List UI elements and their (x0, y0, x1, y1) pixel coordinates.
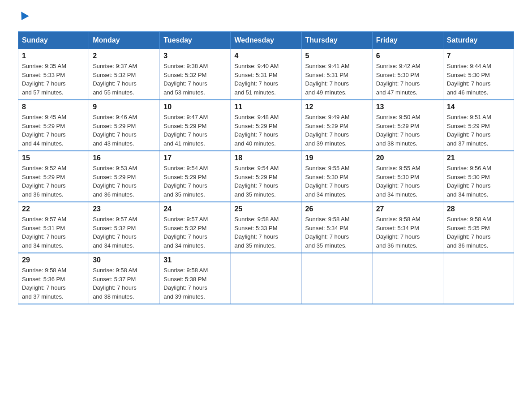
calendar-cell: 8 Sunrise: 9:45 AMSunset: 5:29 PMDayligh… (18, 100, 89, 151)
day-info: Sunrise: 9:57 AMSunset: 5:32 PMDaylight:… (163, 216, 208, 249)
calendar-cell: 13 Sunrise: 9:50 AMSunset: 5:29 PMDaylig… (372, 100, 443, 151)
page-header (18, 13, 514, 22)
calendar-cell: 5 Sunrise: 9:41 AMSunset: 5:31 PMDayligh… (301, 49, 372, 100)
day-number: 1 (22, 52, 85, 60)
calendar-cell: 3 Sunrise: 9:38 AMSunset: 5:32 PMDayligh… (160, 49, 231, 100)
day-number: 18 (234, 154, 297, 162)
calendar-cell (301, 253, 372, 304)
calendar-cell: 14 Sunrise: 9:51 AMSunset: 5:29 PMDaylig… (443, 100, 514, 151)
day-number: 12 (305, 103, 369, 111)
day-info: Sunrise: 9:53 AMSunset: 5:29 PMDaylight:… (93, 165, 137, 198)
calendar-cell: 4 Sunrise: 9:40 AMSunset: 5:31 PMDayligh… (231, 49, 301, 100)
day-header-saturday: Saturday (443, 32, 514, 49)
day-info: Sunrise: 9:55 AMSunset: 5:30 PMDaylight:… (376, 165, 420, 198)
calendar-week-row: 22 Sunrise: 9:57 AMSunset: 5:31 PMDaylig… (18, 202, 514, 253)
calendar-table: SundayMondayTuesdayWednesdayThursdayFrid… (18, 31, 514, 304)
day-number: 13 (376, 103, 439, 111)
calendar-cell: 15 Sunrise: 9:52 AMSunset: 5:29 PMDaylig… (18, 151, 89, 202)
day-number: 11 (234, 103, 297, 111)
day-info: Sunrise: 9:48 AMSunset: 5:29 PMDaylight:… (234, 114, 279, 147)
day-number: 24 (163, 205, 227, 213)
calendar-cell (443, 253, 514, 304)
day-number: 2 (93, 52, 156, 60)
day-info: Sunrise: 9:56 AMSunset: 5:30 PMDaylight:… (447, 165, 491, 198)
day-info: Sunrise: 9:58 AMSunset: 5:33 PMDaylight:… (234, 216, 279, 249)
day-info: Sunrise: 9:49 AMSunset: 5:29 PMDaylight:… (305, 114, 350, 147)
calendar-cell: 12 Sunrise: 9:49 AMSunset: 5:29 PMDaylig… (301, 100, 372, 151)
day-header-tuesday: Tuesday (160, 32, 231, 49)
calendar-cell: 10 Sunrise: 9:47 AMSunset: 5:29 PMDaylig… (160, 100, 231, 151)
calendar-header-row: SundayMondayTuesdayWednesdayThursdayFrid… (18, 32, 514, 49)
calendar-cell: 26 Sunrise: 9:58 AMSunset: 5:34 PMDaylig… (301, 202, 372, 253)
day-info: Sunrise: 9:58 AMSunset: 5:36 PMDaylight:… (22, 267, 66, 300)
calendar-cell: 30 Sunrise: 9:58 AMSunset: 5:37 PMDaylig… (89, 253, 160, 304)
calendar-cell: 28 Sunrise: 9:58 AMSunset: 5:35 PMDaylig… (443, 202, 514, 253)
calendar-cell: 29 Sunrise: 9:58 AMSunset: 5:36 PMDaylig… (18, 253, 89, 304)
calendar-week-row: 29 Sunrise: 9:58 AMSunset: 5:36 PMDaylig… (18, 253, 514, 304)
day-number: 28 (447, 205, 510, 213)
day-header-thursday: Thursday (301, 32, 372, 49)
day-number: 7 (447, 52, 510, 60)
calendar-cell: 22 Sunrise: 9:57 AMSunset: 5:31 PMDaylig… (18, 202, 89, 253)
calendar-cell: 1 Sunrise: 9:35 AMSunset: 5:33 PMDayligh… (18, 49, 89, 100)
calendar-cell: 2 Sunrise: 9:37 AMSunset: 5:32 PMDayligh… (89, 49, 160, 100)
day-info: Sunrise: 9:42 AMSunset: 5:30 PMDaylight:… (376, 63, 420, 96)
calendar-cell: 7 Sunrise: 9:44 AMSunset: 5:30 PMDayligh… (443, 49, 514, 100)
day-info: Sunrise: 9:35 AMSunset: 5:33 PMDaylight:… (22, 63, 66, 96)
day-info: Sunrise: 9:40 AMSunset: 5:31 PMDaylight:… (234, 63, 279, 96)
calendar-cell: 6 Sunrise: 9:42 AMSunset: 5:30 PMDayligh… (372, 49, 443, 100)
day-number: 31 (163, 256, 227, 264)
calendar-cell: 19 Sunrise: 9:55 AMSunset: 5:30 PMDaylig… (301, 151, 372, 202)
day-info: Sunrise: 9:51 AMSunset: 5:29 PMDaylight:… (447, 114, 491, 147)
day-info: Sunrise: 9:54 AMSunset: 5:29 PMDaylight:… (234, 165, 279, 198)
day-number: 10 (163, 103, 227, 111)
day-info: Sunrise: 9:58 AMSunset: 5:38 PMDaylight:… (163, 267, 208, 300)
day-info: Sunrise: 9:38 AMSunset: 5:32 PMDaylight:… (163, 63, 208, 96)
calendar-cell: 21 Sunrise: 9:56 AMSunset: 5:30 PMDaylig… (443, 151, 514, 202)
calendar-cell: 18 Sunrise: 9:54 AMSunset: 5:29 PMDaylig… (231, 151, 301, 202)
calendar-cell: 16 Sunrise: 9:53 AMSunset: 5:29 PMDaylig… (89, 151, 160, 202)
day-number: 25 (234, 205, 297, 213)
day-number: 23 (93, 205, 156, 213)
day-number: 20 (376, 154, 439, 162)
day-number: 9 (93, 103, 156, 111)
calendar-cell: 31 Sunrise: 9:58 AMSunset: 5:38 PMDaylig… (160, 253, 231, 304)
day-number: 17 (163, 154, 227, 162)
day-number: 30 (93, 256, 156, 264)
day-info: Sunrise: 9:45 AMSunset: 5:29 PMDaylight:… (22, 114, 66, 147)
day-number: 22 (22, 205, 85, 213)
calendar-cell: 20 Sunrise: 9:55 AMSunset: 5:30 PMDaylig… (372, 151, 443, 202)
day-info: Sunrise: 9:41 AMSunset: 5:31 PMDaylight:… (305, 63, 350, 96)
day-number: 8 (22, 103, 85, 111)
day-number: 3 (163, 52, 227, 60)
day-info: Sunrise: 9:58 AMSunset: 5:35 PMDaylight:… (447, 216, 491, 249)
calendar-cell: 27 Sunrise: 9:58 AMSunset: 5:34 PMDaylig… (372, 202, 443, 253)
day-info: Sunrise: 9:52 AMSunset: 5:29 PMDaylight:… (22, 165, 66, 198)
day-number: 26 (305, 205, 369, 213)
day-number: 29 (22, 256, 85, 264)
day-info: Sunrise: 9:58 AMSunset: 5:34 PMDaylight:… (305, 216, 350, 249)
day-info: Sunrise: 9:47 AMSunset: 5:29 PMDaylight:… (163, 114, 208, 147)
day-info: Sunrise: 9:57 AMSunset: 5:31 PMDaylight:… (22, 216, 66, 249)
day-info: Sunrise: 9:44 AMSunset: 5:30 PMDaylight:… (447, 63, 491, 96)
calendar-cell (372, 253, 443, 304)
day-info: Sunrise: 9:55 AMSunset: 5:30 PMDaylight:… (305, 165, 350, 198)
calendar-cell: 25 Sunrise: 9:58 AMSunset: 5:33 PMDaylig… (231, 202, 301, 253)
day-number: 16 (93, 154, 156, 162)
day-header-friday: Friday (372, 32, 443, 49)
day-number: 27 (376, 205, 439, 213)
logo-triangle-icon (17, 12, 29, 22)
calendar-cell (231, 253, 301, 304)
day-number: 5 (305, 52, 369, 60)
day-header-wednesday: Wednesday (231, 32, 301, 49)
day-number: 19 (305, 154, 369, 162)
day-number: 6 (376, 52, 439, 60)
calendar-week-row: 15 Sunrise: 9:52 AMSunset: 5:29 PMDaylig… (18, 151, 514, 202)
day-info: Sunrise: 9:37 AMSunset: 5:32 PMDaylight:… (93, 63, 137, 96)
day-info: Sunrise: 9:50 AMSunset: 5:29 PMDaylight:… (376, 114, 420, 147)
day-info: Sunrise: 9:58 AMSunset: 5:34 PMDaylight:… (376, 216, 420, 249)
day-info: Sunrise: 9:46 AMSunset: 5:29 PMDaylight:… (93, 114, 137, 147)
calendar-cell: 11 Sunrise: 9:48 AMSunset: 5:29 PMDaylig… (231, 100, 301, 151)
logo (18, 13, 28, 22)
day-number: 4 (234, 52, 297, 60)
